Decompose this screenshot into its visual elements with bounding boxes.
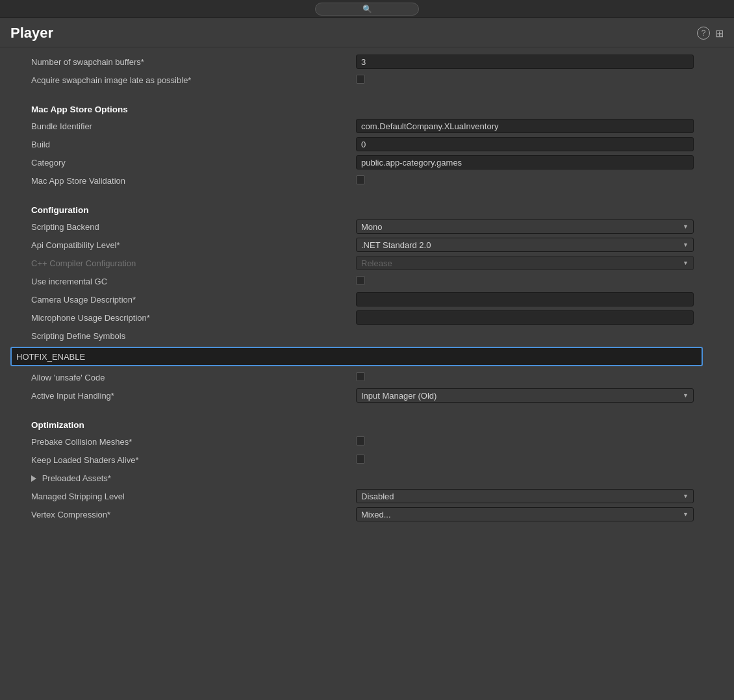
acquire-swapchain-value (356, 75, 724, 86)
prebake-collision-row: Prebake Collision Meshes* (31, 432, 724, 451)
cpp-compiler-row: C++ Compiler Configuration Release Debug… (31, 254, 724, 272)
acquire-swapchain-checkbox[interactable] (356, 75, 365, 84)
preloaded-assets-row: Preloaded Assets* (31, 469, 724, 487)
allow-unsafe-row: Allow 'unsafe' Code (31, 368, 724, 386)
microphone-usage-label: Microphone Usage Description* (31, 313, 356, 323)
preloaded-assets-triangle[interactable] (31, 475, 36, 482)
keep-shaders-row: Keep Loaded Shaders Alive* (31, 451, 724, 469)
api-compat-select-wrapper: .NET Standard 2.0 .NET 4.x (356, 238, 694, 252)
incremental-gc-checkbox[interactable] (356, 276, 365, 285)
api-compat-label: Api Compatibility Level* (31, 240, 356, 250)
cpp-compiler-select[interactable]: Release Debug Master (356, 256, 694, 270)
bundle-identifier-input[interactable] (356, 119, 694, 133)
api-compat-row: Api Compatibility Level* .NET Standard 2… (31, 236, 724, 254)
mac-app-store-validation-checkbox[interactable] (356, 175, 365, 184)
build-value (356, 137, 724, 151)
swapchain-buffers-row: Number of swapchain buffers* (31, 53, 724, 71)
bundle-identifier-value (356, 119, 724, 133)
keep-shaders-value (356, 455, 724, 466)
scripting-backend-value: Mono IL2CPP (356, 219, 724, 234)
camera-usage-value (356, 292, 724, 306)
category-row: Category (31, 153, 724, 171)
incremental-gc-label: Use incremental GC (31, 277, 356, 286)
help-icon[interactable]: ? (697, 27, 710, 40)
player-settings-content: Number of swapchain buffers* Acquire swa… (0, 47, 734, 534)
scripting-define-input-row (10, 345, 724, 368)
scripting-backend-row: Scripting Backend Mono IL2CPP (31, 218, 724, 236)
api-compat-select[interactable]: .NET Standard 2.0 .NET 4.x (356, 238, 694, 252)
cpp-compiler-select-wrapper: Release Debug Master (356, 256, 694, 270)
preloaded-assets-label: Preloaded Assets* (31, 473, 356, 483)
microphone-usage-input[interactable] (356, 310, 694, 325)
active-input-label: Active Input Handling* (31, 391, 356, 401)
allow-unsafe-value (356, 372, 724, 383)
allow-unsafe-label: Allow 'unsafe' Code (31, 373, 356, 382)
active-input-select-wrapper: Input Manager (Old) Input System Package… (356, 388, 694, 403)
camera-usage-input[interactable] (356, 292, 694, 306)
scripting-define-label-row: Scripting Define Symbols (31, 327, 724, 345)
search-input[interactable] (315, 3, 419, 16)
prebake-collision-checkbox[interactable] (356, 436, 365, 445)
microphone-usage-value (356, 310, 724, 325)
managed-stripping-select-wrapper: Disabled Strip Assemblies Strip IL Code … (356, 489, 694, 503)
page-title: Player (10, 25, 53, 42)
mac-app-store-validation-row: Mac App Store Validation (31, 171, 724, 190)
vertex-compression-select-wrapper: Mixed... None Everything (356, 507, 694, 521)
header: Player ? ⊞ (0, 18, 734, 47)
build-label: Build (31, 140, 356, 149)
api-compat-value: .NET Standard 2.0 .NET 4.x (356, 238, 724, 252)
keep-shaders-label: Keep Loaded Shaders Alive* (31, 455, 356, 465)
acquire-swapchain-row: Acquire swapchain image late as possible… (31, 71, 724, 89)
microphone-usage-row: Microphone Usage Description* (31, 308, 724, 327)
scripting-define-input[interactable] (10, 347, 703, 366)
active-input-select[interactable]: Input Manager (Old) Input System Package… (356, 388, 694, 403)
bundle-identifier-row: Bundle Identifier (31, 117, 724, 135)
vertex-compression-value: Mixed... None Everything (356, 507, 724, 521)
layout-icon[interactable]: ⊞ (715, 27, 724, 40)
active-input-value: Input Manager (Old) Input System Package… (356, 388, 724, 403)
keep-shaders-checkbox[interactable] (356, 455, 365, 464)
swapchain-buffers-input[interactable] (356, 55, 694, 69)
swapchain-buffers-label: Number of swapchain buffers* (31, 57, 356, 67)
managed-stripping-select[interactable]: Disabled Strip Assemblies Strip IL Code … (356, 489, 694, 503)
category-value (356, 155, 724, 169)
scripting-backend-label: Scripting Backend (31, 222, 356, 232)
vertex-compression-label: Vertex Compression* (31, 510, 356, 519)
allow-unsafe-checkbox[interactable] (356, 372, 365, 381)
managed-stripping-row: Managed Stripping Level Disabled Strip A… (31, 487, 724, 505)
managed-stripping-label: Managed Stripping Level (31, 492, 356, 501)
configuration-header: Configuration (31, 205, 724, 215)
build-input[interactable] (356, 137, 694, 151)
incremental-gc-value (356, 276, 724, 287)
cpp-compiler-label: C++ Compiler Configuration (31, 258, 356, 268)
acquire-swapchain-label: Acquire swapchain image late as possible… (31, 75, 356, 85)
vertex-compression-row: Vertex Compression* Mixed... None Everyt… (31, 505, 724, 523)
camera-usage-row: Camera Usage Description* (31, 290, 724, 308)
managed-stripping-value: Disabled Strip Assemblies Strip IL Code … (356, 489, 724, 503)
bundle-identifier-label: Bundle Identifier (31, 121, 356, 131)
mac-app-store-validation-value (356, 175, 724, 186)
prebake-collision-label: Prebake Collision Meshes* (31, 437, 356, 447)
incremental-gc-row: Use incremental GC (31, 272, 724, 290)
scripting-backend-select[interactable]: Mono IL2CPP (356, 219, 694, 234)
search-bar (0, 0, 734, 18)
category-label: Category (31, 158, 356, 168)
header-actions: ? ⊞ (697, 27, 724, 40)
build-row: Build (31, 135, 724, 153)
category-input[interactable] (356, 155, 694, 169)
scripting-backend-select-wrapper: Mono IL2CPP (356, 219, 694, 234)
cpp-compiler-value: Release Debug Master (356, 256, 724, 270)
swapchain-buffers-value (356, 55, 724, 69)
optimization-header: Optimization (31, 420, 724, 430)
vertex-compression-select[interactable]: Mixed... None Everything (356, 507, 694, 521)
prebake-collision-value (356, 436, 724, 447)
camera-usage-label: Camera Usage Description* (31, 295, 356, 305)
mac-app-store-validation-label: Mac App Store Validation (31, 176, 356, 186)
scripting-define-label: Scripting Define Symbols (31, 331, 356, 341)
mac-app-store-options-header: Mac App Store Options (31, 105, 724, 114)
active-input-row: Active Input Handling* Input Manager (Ol… (31, 386, 724, 405)
